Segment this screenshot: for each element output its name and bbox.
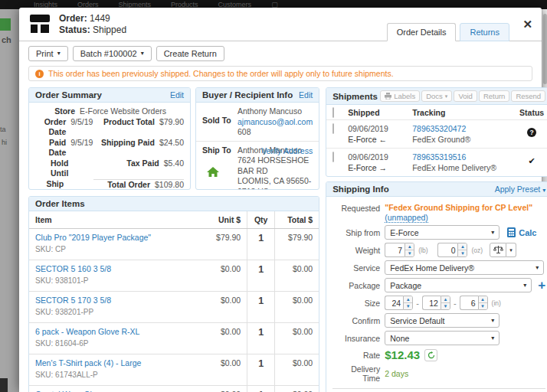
- service-select[interactable]: FedEx Home Delivery®▾: [385, 260, 544, 275]
- item-qty: 1: [258, 358, 264, 369]
- package-select[interactable]: Package▾: [385, 278, 532, 292]
- weight-oz-input[interactable]: 0: [437, 243, 457, 257]
- create-return-button[interactable]: Create Return: [156, 46, 224, 61]
- item-sku: SKU: 61743ALL-P: [35, 371, 193, 379]
- ship-by-label: Ship By: [35, 179, 64, 191]
- refresh-icon: [427, 351, 435, 359]
- scrollbar-thumb[interactable]: [543, 14, 547, 84]
- chevron-down-icon: ▾: [141, 51, 144, 57]
- col-status: Status: [518, 108, 545, 117]
- chevron-down-icon: ▾: [531, 265, 539, 271]
- size-height-input[interactable]: 6: [460, 296, 478, 310]
- verify-address-link[interactable]: Verify Address: [261, 146, 313, 155]
- status-check-icon: ✔: [529, 155, 536, 166]
- rate-value: $12.43: [385, 348, 420, 361]
- unmapped-link[interactable]: (unmapped): [385, 213, 428, 223]
- item-sku: SKU: CP: [35, 245, 193, 253]
- item-name-link[interactable]: Club Pro "2019 Player Package": [35, 233, 193, 242]
- ship-from-label: Ship from: [332, 228, 380, 237]
- size-length-input[interactable]: 24: [385, 296, 403, 310]
- refresh-rate-button[interactable]: [424, 349, 437, 361]
- col-total: Total $: [274, 211, 319, 228]
- shipments-title: Shipments: [332, 92, 378, 101]
- weight-lb-input[interactable]: 7: [385, 243, 405, 257]
- select-all-checkbox[interactable]: [332, 107, 334, 118]
- info-icon: i: [35, 70, 44, 78]
- size-length-stepper[interactable]: ▲▼: [403, 296, 413, 310]
- dash-separator: -: [454, 299, 457, 308]
- add-package-button[interactable]: +: [538, 279, 545, 292]
- chevron-down-icon: ▾: [486, 230, 494, 236]
- void-button[interactable]: Void: [454, 90, 477, 102]
- ship-to-row: Ship To Anthony Mancuso 7624 HORSESHOE B…: [196, 141, 319, 191]
- item-total-price: $0.00: [274, 323, 319, 354]
- sold-to-email-link[interactable]: ajmancuso@aol.com: [237, 117, 313, 128]
- resend-button[interactable]: Resend: [511, 90, 545, 102]
- tracking-number-link[interactable]: 789635319516: [412, 152, 518, 162]
- item-name-link[interactable]: SECTOR 5 160 3 5/8: [35, 264, 193, 273]
- weight-lb-stepper[interactable]: ▲▼: [405, 243, 414, 257]
- item-total-price: $0.00: [274, 386, 319, 392]
- order-summary-edit-link[interactable]: Edit: [170, 90, 184, 100]
- apply-preset-link[interactable]: Apply Preset ▾: [495, 185, 545, 194]
- order-item-row: Crystal Wrap GlassesSKU: 71602-P $0.00 1…: [29, 386, 319, 392]
- chevron-down-icon: ▾: [57, 51, 61, 57]
- shipments-table-header: Shipped Tracking Status: [326, 105, 547, 119]
- item-name-link[interactable]: SECTOR 5 170 3 5/8: [35, 296, 193, 305]
- close-icon[interactable]: ✕: [522, 18, 532, 31]
- item-unit-price: $0.00: [199, 354, 247, 385]
- order-date-value: 9/5/19: [66, 117, 98, 138]
- batch-button[interactable]: Batch #100002▾: [73, 46, 152, 61]
- weight-oz-stepper[interactable]: ▲▼: [457, 243, 467, 257]
- sold-to-row: Sold To Anthony Mancuso ajmancuso@aol.co…: [196, 103, 319, 141]
- order-item-row: Club Pro "2019 Player Package"SKU: CP $7…: [29, 229, 319, 260]
- tab-order-details[interactable]: Order Details: [387, 23, 457, 41]
- tab-returns[interactable]: Returns: [460, 23, 509, 41]
- size-label: Size: [332, 299, 380, 308]
- scale-button[interactable]: ▾: [490, 243, 516, 257]
- item-sku: SKU: 81604-6P: [35, 339, 193, 348]
- shipping-paid-value: $24.50: [155, 138, 184, 158]
- order-summary-title: Order Summary: [35, 90, 102, 100]
- sold-to-label: Sold To: [202, 106, 237, 138]
- col-shipped: Shipped: [348, 108, 412, 117]
- shipment-service: FedEx Home Delivery®: [412, 162, 518, 173]
- buyer-info-edit-link[interactable]: Edit: [299, 90, 313, 100]
- size-width-input[interactable]: 12: [422, 296, 441, 310]
- size-height-stepper[interactable]: ▲▼: [478, 296, 488, 310]
- status-label: Status:: [59, 24, 90, 35]
- requested-label: Requested: [332, 203, 380, 213]
- print-button[interactable]: Print▾: [28, 46, 68, 61]
- delivery-time-label: Delivery Time: [332, 364, 380, 383]
- ship-to-address1: 7624 HORSESHOE BAR RD: [237, 155, 313, 176]
- arrow-left-icon: ←: [378, 135, 387, 144]
- order-items-title: Order Items: [35, 199, 85, 208]
- insurance-select[interactable]: None▾: [385, 331, 500, 345]
- size-width-stepper[interactable]: ▲▼: [441, 296, 450, 310]
- labels-button[interactable]: Labels: [380, 90, 420, 102]
- item-name-link[interactable]: Men's T-Shirt pack (4) - Large: [35, 358, 193, 368]
- col-item: Item: [29, 211, 199, 228]
- shipment-checkbox[interactable]: [332, 152, 334, 162]
- backdrop-text-fragment: ta: [0, 126, 6, 133]
- return-button[interactable]: Return: [479, 90, 510, 102]
- shipment-checkbox[interactable]: [332, 123, 334, 134]
- order-item-row: 6 pack - Weapon Glove R-XLSKU: 81604-6P …: [29, 323, 319, 354]
- ship-to-label: Ship To: [202, 145, 237, 155]
- weight-label: Weight: [332, 246, 380, 255]
- modal-header: Order: 1449 Status: Shipped Order Detail…: [19, 8, 542, 41]
- ship-from-select[interactable]: E-Force▾: [385, 225, 500, 240]
- delivery-time-value: 2 days: [385, 369, 408, 378]
- confirm-select[interactable]: Service Default▾: [385, 313, 500, 328]
- item-name-link[interactable]: 6 pack - Weapon Glove R-XL: [35, 327, 193, 336]
- order-details-modal: Order: 1449 Status: Shipped Order Detail…: [19, 8, 542, 392]
- shipment-date: 09/06/2019: [348, 152, 412, 162]
- docs-button[interactable]: Docs▾: [421, 90, 452, 102]
- calc-button[interactable]: Calc: [507, 227, 536, 237]
- tracking-number-link[interactable]: 789635320472: [412, 123, 518, 134]
- paid-date-value: 9/5/19: [66, 138, 98, 158]
- dash-separator: -: [416, 299, 419, 308]
- shipping-info-panel: Shipping Info Apply Preset ▾ Requested "…: [326, 181, 547, 392]
- item-total-price: $0.00: [274, 292, 319, 322]
- chevron-down-icon: ▾: [542, 187, 545, 194]
